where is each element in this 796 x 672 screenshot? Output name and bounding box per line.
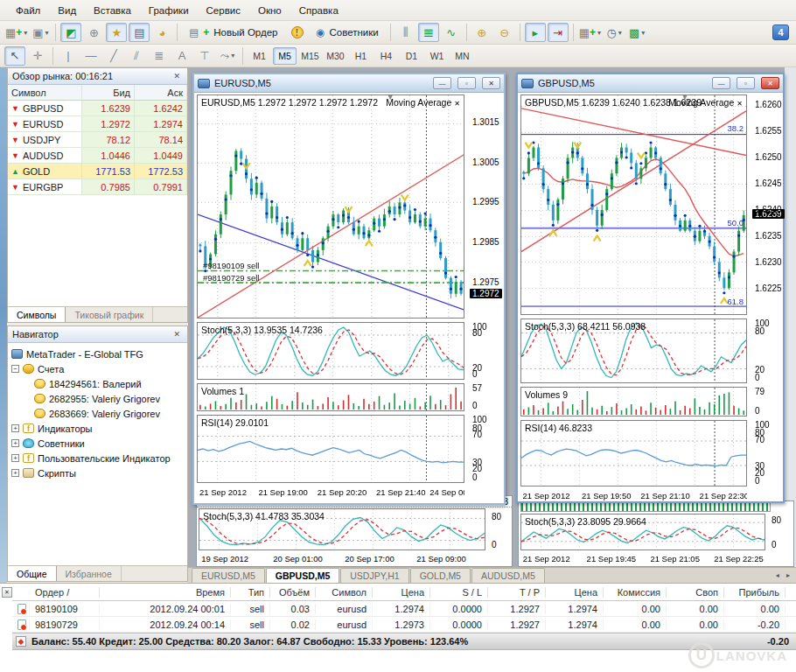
column-header-time[interactable]: Время	[100, 587, 231, 598]
indicators-button[interactable]: ▦+▾	[578, 23, 602, 42]
menu-Сервис[interactable]: Сервис	[198, 3, 249, 18]
horizontal-line-tool[interactable]: —	[80, 46, 101, 66]
rsi-pane[interactable]: RSI(14) 29.0101	[197, 415, 464, 483]
tab-symbols[interactable]: Символы	[8, 307, 66, 322]
chart-tab-EURUSD,M5[interactable]: EURUSD,M5	[192, 568, 265, 583]
timeframe-M5[interactable]: M5	[273, 47, 297, 65]
channel-tool[interactable]: ⫽	[126, 46, 147, 66]
tab-tick-chart[interactable]: Тиковый график	[66, 307, 153, 322]
minimize-button[interactable]: —	[433, 77, 451, 89]
auto-scroll-button[interactable]: ▸	[525, 23, 546, 42]
column-header-price2[interactable]: Цена	[546, 587, 604, 598]
remove-indicator-icon[interactable]: ✕	[454, 100, 460, 108]
timeframe-M1[interactable]: M1	[248, 47, 271, 65]
text-label-tool[interactable]: ⊤	[194, 46, 215, 66]
trendline-tool[interactable]: ╱	[103, 46, 124, 66]
expand-icon[interactable]: +	[11, 454, 19, 462]
autotrading-alert-button[interactable]: !	[287, 23, 308, 42]
navigator-toggle[interactable]: ★	[106, 23, 127, 42]
close-button[interactable]: ✕	[482, 77, 500, 89]
timeframe-M30[interactable]: M30	[324, 47, 347, 65]
tree-item-indicators[interactable]: +fИндикаторы	[11, 421, 185, 436]
close-button[interactable]: ✕	[761, 77, 779, 89]
new-chart-button[interactable]: ▦+▾	[4, 23, 28, 42]
crosshair-tool[interactable]: ✛	[27, 46, 48, 66]
volumes-pane[interactable]: Volumes 1	[197, 383, 464, 411]
symbol-row-GBPUSD[interactable]: ▼GBPUSD1.62391.6242	[8, 101, 187, 116]
tree-item-accounts[interactable]: −Счета	[11, 361, 185, 376]
bar-chart-button[interactable]: ⫼	[395, 23, 416, 42]
gbpusd-titlebar[interactable]: GBPUSD,M5 — ▫ ✕	[518, 74, 783, 93]
market-watch-toggle[interactable]: ◩	[60, 23, 81, 42]
cursor-tool[interactable]: ↖	[4, 46, 25, 66]
column-header[interactable]: Аск	[135, 85, 187, 100]
expert-advisors-button[interactable]: ◉Советники	[310, 23, 386, 42]
background-chart-window-right[interactable]: Stoch(5,3,3) 23.8095 29.9664 800 21 Sep …	[518, 500, 794, 567]
timeframe-M15[interactable]: M15	[298, 47, 322, 65]
text-tool[interactable]: A	[171, 46, 192, 66]
symbol-row-GOLD[interactable]: ▲GOLD1771.531772.53	[8, 164, 187, 179]
tab-favorites[interactable]: Избранное	[57, 566, 122, 581]
column-header-swap[interactable]: Своп	[667, 587, 724, 598]
column-header-profit[interactable]: Прибыль	[724, 587, 786, 598]
volumes-pane[interactable]: Volumes 9	[520, 387, 747, 416]
background-chart-window-left[interactable]: 77.53 Stoch(5,3,3) 41.4783 35.3034 800 1…	[196, 495, 513, 567]
symbol-row-AUDUSD[interactable]: ▼AUDUSD1.04461.0449	[8, 148, 187, 164]
symbol-row-EURUSD[interactable]: ▼EURUSD1.29721.2974	[8, 116, 187, 132]
restore-button[interactable]: ▫	[457, 77, 476, 89]
templates-button[interactable]: ▩▾	[626, 23, 647, 42]
column-header-price[interactable]: Цена	[373, 587, 430, 598]
menu-Файл[interactable]: Файл	[7, 3, 49, 18]
chart-tab-GOLD,M5[interactable]: GOLD,M5	[410, 568, 471, 583]
tree-item-advisors[interactable]: +Советники	[11, 436, 185, 451]
chart-shift-marker-icon[interactable]: ▼	[387, 94, 395, 102]
restore-button[interactable]: ▫	[737, 77, 755, 89]
column-header-type[interactable]: Тип	[231, 587, 270, 598]
tree-item-account[interactable]: 2682955: Valeriy Grigorev	[11, 391, 185, 406]
community-chat-badge[interactable]: 4	[772, 24, 789, 40]
column-header-order[interactable]: Ордер /	[30, 587, 100, 598]
chart-tab-AUDUSD,M5[interactable]: AUDUSD,M5	[471, 568, 545, 583]
expand-icon[interactable]: +	[11, 439, 19, 447]
chart-shift-button[interactable]: ⇥	[548, 23, 569, 42]
stochastic-pane[interactable]: Stoch(5,3,3) 13.9535 14.7236	[197, 322, 464, 380]
expand-icon[interactable]: +	[11, 424, 19, 432]
minimize-button[interactable]: —	[712, 77, 730, 89]
zoom-in-button[interactable]: ⊕	[471, 23, 492, 42]
arrows-tool[interactable]: ⤳▾	[217, 46, 238, 66]
time-axis[interactable]: 21 Sep 201221 Sep 19:0021 Sep 20:2021 Se…	[197, 485, 464, 500]
terminal-toggle[interactable]: ▤	[129, 23, 150, 42]
column-header-volume[interactable]: Объём	[270, 587, 316, 598]
zoom-out-button[interactable]: ⊖	[494, 23, 515, 42]
timeframe-MN[interactable]: MN	[450, 47, 474, 65]
tree-item-root[interactable]: MetaTrader - E-Global TFG	[11, 346, 185, 361]
window-eurusd[interactable]: EURUSD,M5 — ▫ ✕ EURUSD,M5 1.2972 1.2972 …	[192, 73, 506, 505]
chart-shift-marker-icon[interactable]: ▼	[681, 94, 688, 102]
rsi-pane[interactable]: RSI(14) 46.8233	[520, 420, 747, 486]
column-header[interactable]: Символ	[8, 85, 82, 100]
menu-Вставка[interactable]: Вставка	[85, 3, 140, 18]
price-pane[interactable]: EURUSD,M5 1.2972 1.2972 1.2972 1.2972 Mo…	[197, 94, 464, 318]
menu-Вид[interactable]: Вид	[49, 3, 85, 18]
symbol-row-EURGBP[interactable]: ▼EURGBP0.79850.7991	[8, 179, 187, 195]
window-gbpusd[interactable]: GBPUSD,M5 — ▫ ✕ GBPUSD,M5 1.6239 1.6240 …	[516, 73, 785, 503]
column-header[interactable]: Бид	[82, 85, 135, 100]
line-chart-button[interactable]: ∿	[441, 23, 462, 42]
tab-scroll-arrows[interactable]: ◂ ▸	[776, 571, 793, 579]
column-header-commission[interactable]: Комиссия	[604, 587, 667, 598]
new-order-button[interactable]: ▤+Новый Ордер	[182, 23, 284, 42]
market-watch-header[interactable]: Обзор рынка: 00:16:21 ✕	[8, 68, 187, 85]
expand-icon[interactable]: +	[11, 469, 19, 477]
tree-item-account[interactable]: 184294561: Валерий	[11, 376, 185, 391]
candlestick-chart-button[interactable]: 𝌆	[418, 23, 439, 42]
chart-tab-GBPUSD,M5[interactable]: GBPUSD,M5	[266, 568, 339, 583]
collapse-icon[interactable]: −	[11, 365, 19, 373]
close-icon[interactable]: ✕	[171, 329, 183, 340]
order-row-98190729[interactable]: 981907292012.09.24 00:14sell0.02eurusd1.…	[12, 617, 796, 633]
vertical-line-tool[interactable]: |	[58, 46, 79, 66]
symbol-row-USDJPY[interactable]: ▼USDJPY78.1278.14	[8, 132, 187, 148]
tree-item-custom-indicators[interactable]: +fПользовательские Индикатор	[11, 451, 185, 466]
price-pane[interactable]: GBPUSD,M5 1.6239 1.6240 1.6238 1.6239 Mo…	[520, 94, 747, 315]
eurusd-titlebar[interactable]: EURUSD,M5 — ▫ ✕	[194, 74, 504, 93]
tab-common[interactable]: Общие	[8, 566, 57, 581]
